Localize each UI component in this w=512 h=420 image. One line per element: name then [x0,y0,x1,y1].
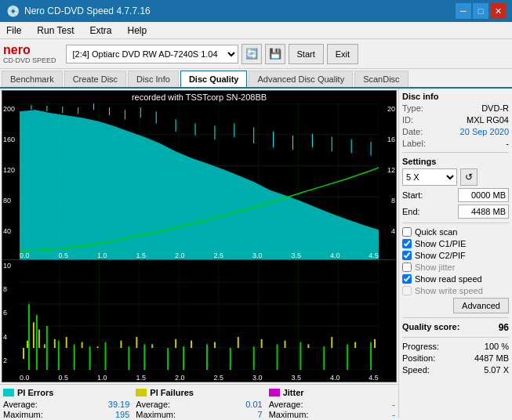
start-mb-input[interactable] [458,188,509,202]
speed-row: Speed: 5.07 X [402,365,509,375]
menu-bar: File Run Test Extra Help [0,22,512,39]
quality-score-row: Quality score: 96 [402,322,509,333]
stats-area: PI Errors Average: 39.19 Maximum: 195 To… [0,384,398,418]
chart-lower: 108642 [2,260,396,382]
jitter-avg-row: Average: - [269,400,395,409]
toolbar: nero CD·DVD SPEED [2:4] Optiarc DVD RW A… [0,39,512,69]
jitter-stats: Jitter Average: - Maximum: - PO failures… [263,388,395,418]
pi-failures-avg-row: Average: 0.01 [136,400,262,409]
show-read-speed-checkbox[interactable] [402,274,412,284]
end-mb-input[interactable] [458,205,509,219]
show-c1pie-checkbox[interactable] [402,239,412,248]
separator-2 [402,223,509,223]
separator-1 [402,152,509,153]
pi-errors-header: PI Errors [3,388,129,397]
chart-area: recorded with TSSTcorp SN-208BB 20016012… [2,90,397,382]
menu-run-test[interactable]: Run Test [34,24,77,38]
speed-settings-row: 5 X ↺ [402,168,509,186]
exit-button[interactable]: Exit [327,44,358,64]
x-axis-lower: 0.00.51.01.52.02.53.03.54.04.5 [20,374,379,382]
svg-marker-15 [20,110,379,259]
save-button[interactable]: 💾 [265,44,285,64]
disc-type-row: Type: DVD-R [402,103,509,113]
jitter-legend-box [269,389,280,396]
start-mb-row: Start: [402,188,509,202]
pi-failures-legend-box [136,389,147,396]
pi-errors-max-row: Maximum: 195 [3,410,129,418]
separator-3 [402,317,509,318]
lower-chart-svg [20,260,379,370]
disc-date-row: Date: 20 Sep 2020 [402,127,509,136]
position-row: Position: 4487 MB [402,353,509,363]
show-write-speed-row: Show write speed [402,286,509,295]
show-c1pie-row: Show C1/PIE [402,239,509,248]
y-axis-left-lower: 108642 [2,260,20,382]
end-mb-row: End: [402,205,509,219]
main-content: recorded with TSSTcorp SN-208BB 20016012… [0,89,512,418]
show-c2pif-row: Show C2/PIF [402,251,509,260]
title-bar: 💿 Nero CD-DVD Speed 4.7.7.16 ─ □ ✕ [0,0,512,22]
logo: nero CD·DVD SPEED [3,44,56,64]
tab-disc-quality[interactable]: Disc Quality [180,71,248,87]
maximize-button[interactable]: □ [473,3,488,19]
pi-errors-stats: PI Errors Average: 39.19 Maximum: 195 To… [3,388,129,418]
tab-benchmark[interactable]: Benchmark [2,71,63,87]
chart-upper: 2001601208040 20161284 [2,103,396,260]
refresh-drive-button[interactable]: 🔄 [241,44,262,64]
pi-errors-legend-box [3,389,14,396]
show-write-speed-checkbox[interactable] [402,286,412,295]
start-button[interactable]: Start [289,44,324,64]
speed-select[interactable]: 5 X [402,168,457,186]
refresh-button[interactable]: ↺ [460,168,478,186]
drive-select[interactable]: [2:4] Optiarc DVD RW AD-7240S 1.04 [66,45,238,63]
tab-create-disc[interactable]: Create Disc [64,71,126,87]
show-jitter-checkbox[interactable] [402,262,412,272]
jitter-header: Jitter [269,388,395,397]
show-c2pif-checkbox[interactable] [402,251,412,260]
minimize-button[interactable]: ─ [456,3,471,19]
title-bar-controls: ─ □ ✕ [456,3,506,19]
tab-scandisc[interactable]: ScanDisc [354,71,408,87]
y-axis-left-upper: 2001601208040 [2,103,20,259]
quick-scan-checkbox[interactable] [402,227,412,237]
show-read-speed-row: Show read speed [402,274,509,284]
pi-errors-avg-row: Average: 39.19 [3,400,129,409]
pi-failures-header: PI Failures [136,388,262,397]
disc-info-title: Disc info [402,92,509,101]
show-jitter-row: Show jitter [402,262,509,272]
title-bar-left: 💿 Nero CD-DVD Speed 4.7.7.16 [6,5,151,17]
menu-help[interactable]: Help [125,24,151,38]
pi-failures-stats: PI Failures Average: 0.01 Maximum: 7 Tot… [129,388,262,418]
quick-scan-row: Quick scan [402,227,509,237]
tab-disc-info[interactable]: Disc Info [128,71,179,87]
y-axis-right-upper: 20161284 [379,103,396,259]
pi-failures-max-row: Maximum: 7 [136,410,262,418]
logo-sub: CD·DVD SPEED [3,56,56,64]
menu-extra[interactable]: Extra [86,24,114,38]
disc-label-row: Label: - [402,139,509,148]
x-axis-upper: 0.00.51.01.52.02.53.03.54.04.5 [20,252,379,259]
right-panel: Disc info Type: DVD-R ID: MXL RG04 Date:… [398,89,512,418]
tab-bar: Benchmark Create Disc Disc Info Disc Qua… [0,69,512,89]
jitter-max-row: Maximum: - [269,410,395,418]
close-button[interactable]: ✕ [490,3,506,19]
menu-file[interactable]: File [3,24,24,38]
progress-row: Progress: 100 % [402,342,509,351]
logo-text: nero [3,44,56,56]
separator-4 [402,337,509,338]
window-title: Nero CD-DVD Speed 4.7.7.16 [24,5,151,16]
chart-title: recorded with TSSTcorp SN-208BB [2,91,396,103]
tab-advanced-disc-quality[interactable]: Advanced Disc Quality [249,71,353,87]
disc-id-row: ID: MXL RG04 [402,115,509,125]
upper-chart-svg [20,103,379,259]
advanced-button[interactable]: Advanced [453,298,509,313]
settings-title: Settings [402,157,509,166]
